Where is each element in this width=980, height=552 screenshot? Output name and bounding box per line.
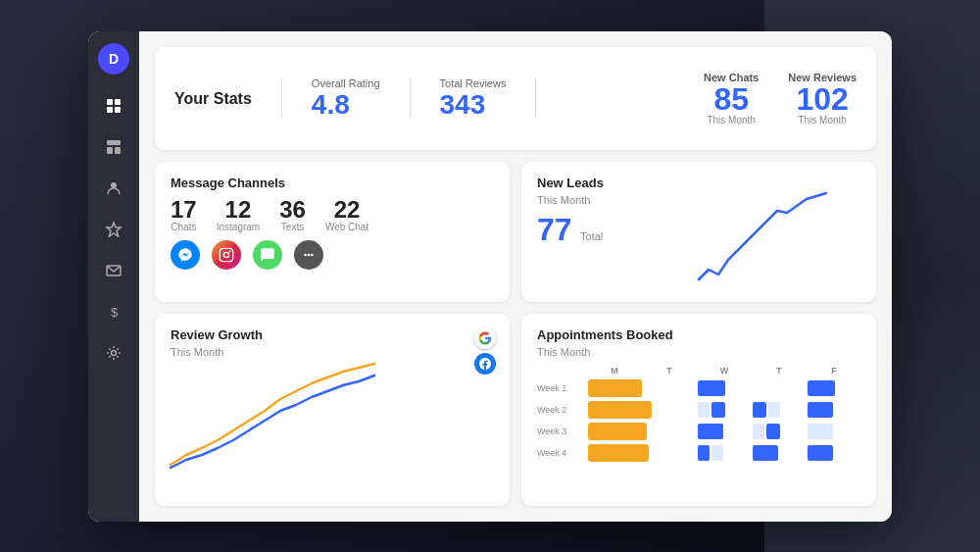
svg-rect-1 bbox=[115, 99, 121, 105]
week1-bar bbox=[588, 379, 642, 397]
sidebar-item-layout[interactable] bbox=[96, 129, 131, 165]
svg-rect-3 bbox=[115, 107, 121, 113]
stats-divider-3 bbox=[535, 78, 536, 118]
google-icon bbox=[474, 327, 496, 349]
review-growth-chart bbox=[171, 362, 386, 470]
google-legend bbox=[474, 327, 496, 349]
svg-point-16 bbox=[308, 254, 311, 257]
sidebar: D bbox=[88, 31, 139, 522]
svg-marker-8 bbox=[107, 223, 121, 236]
instagram-icon[interactable] bbox=[212, 240, 241, 270]
channels-icons bbox=[171, 240, 494, 270]
new-reviews-stat: New Reviews 102 This Month bbox=[788, 72, 857, 125]
appt-header-row: M T W T F bbox=[537, 366, 860, 376]
chats-channel: 17 Chats bbox=[171, 198, 197, 232]
leads-card: New Leads This Month 77 Total bbox=[521, 162, 876, 302]
stats-card: Your Stats Overall Rating 4.8 Total Revi… bbox=[155, 47, 876, 151]
appt-week4-row: Week 4 bbox=[537, 444, 860, 462]
messenger-icon[interactable] bbox=[171, 240, 200, 270]
sidebar-logo[interactable]: D bbox=[98, 43, 129, 75]
leads-chart bbox=[699, 191, 866, 292]
svg-rect-12 bbox=[220, 248, 232, 261]
stats-divider-1 bbox=[281, 78, 282, 118]
svg-rect-2 bbox=[107, 107, 113, 113]
sidebar-item-user[interactable] bbox=[96, 171, 131, 206]
svg-point-15 bbox=[304, 254, 307, 257]
sidebar-item-grid[interactable] bbox=[96, 88, 131, 124]
svg-rect-0 bbox=[107, 99, 113, 105]
svg-point-7 bbox=[111, 182, 117, 188]
svg-rect-6 bbox=[115, 147, 121, 154]
appt-week3-row: Week 3 bbox=[537, 423, 860, 440]
facebook-legend bbox=[474, 353, 496, 375]
svg-rect-4 bbox=[107, 140, 121, 145]
text-message-icon[interactable] bbox=[253, 240, 282, 270]
appt-week1-row: Week 1 bbox=[537, 379, 860, 397]
facebook-icon bbox=[474, 353, 496, 375]
new-chats-stat: New Chats 85 This Month bbox=[704, 72, 759, 125]
legend bbox=[474, 327, 496, 375]
week2-bar bbox=[588, 401, 652, 419]
webchat-icon[interactable] bbox=[294, 240, 323, 270]
svg-point-17 bbox=[311, 254, 314, 257]
dashboard: D bbox=[88, 31, 892, 522]
channels-numbers: 17 Chats 12 Instagram 36 Texts 22 Web Ch… bbox=[171, 198, 494, 232]
svg-point-14 bbox=[229, 250, 231, 252]
sidebar-item-star[interactable] bbox=[96, 212, 131, 247]
sidebar-item-settings[interactable] bbox=[96, 335, 131, 371]
webchat-channel: 22 Web Chat bbox=[325, 198, 368, 232]
week4-bar bbox=[588, 444, 649, 462]
stats-divider-2 bbox=[410, 78, 411, 118]
leads-line-chart bbox=[699, 191, 836, 289]
appt-week2-row: Week 2 bbox=[537, 401, 860, 419]
sidebar-item-dollar[interactable]: $ bbox=[96, 294, 131, 329]
texts-channel: 36 Texts bbox=[279, 198, 306, 232]
instagram-channel: 12 Instagram bbox=[217, 198, 260, 232]
svg-text:$: $ bbox=[111, 305, 119, 320]
review-growth-card: Review Growth This Month bbox=[155, 314, 510, 506]
svg-point-11 bbox=[112, 350, 117, 355]
new-stats-group: New Chats 85 This Month New Reviews 102 … bbox=[704, 72, 857, 125]
sidebar-item-mail[interactable] bbox=[96, 253, 131, 288]
appointments-grid: M T W T F Week 1 bbox=[537, 366, 860, 462]
svg-rect-5 bbox=[107, 147, 113, 154]
week3-bar bbox=[588, 423, 647, 440]
channels-card: Message Channels 17 Chats 12 Instagram 3… bbox=[155, 162, 510, 302]
overall-rating-stat: Overall Rating 4.8 bbox=[312, 77, 380, 119]
appointments-card: Appointments Booked This Month M T W T F… bbox=[521, 314, 876, 506]
your-stats-label: Your Stats bbox=[174, 89, 252, 108]
total-reviews-stat: Total Reviews 343 bbox=[440, 77, 507, 119]
main-content: Your Stats Overall Rating 4.8 Total Revi… bbox=[139, 31, 892, 522]
svg-point-13 bbox=[223, 252, 228, 257]
